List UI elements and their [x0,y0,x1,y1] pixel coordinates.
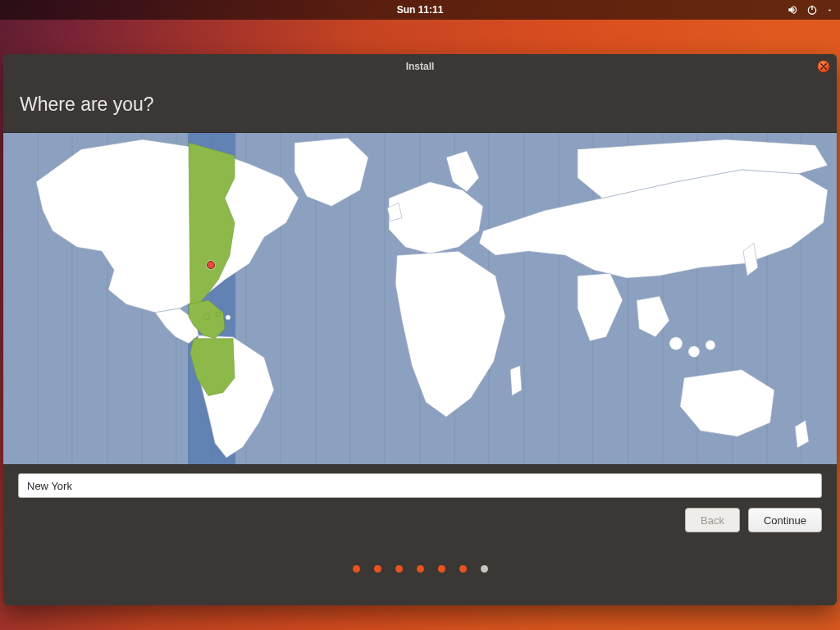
nav-button-row: Back Continue [18,508,822,532]
timezone-input[interactable] [18,473,822,498]
progress-dot [353,565,360,573]
svg-point-31 [669,337,682,350]
progress-dot [374,565,381,573]
progress-dot [438,565,445,573]
panel-system-tray[interactable] [787,0,833,20]
window-title: Install [406,61,435,72]
svg-point-33 [705,340,715,350]
svg-point-34 [203,313,210,320]
svg-point-30 [226,315,231,320]
installer-window: Install Where are you? [3,54,837,605]
progress-dot [417,565,424,573]
svg-point-35 [216,312,221,317]
close-icon [820,63,827,70]
world-map-graphic [3,133,837,464]
chevron-down-icon[interactable] [826,7,833,14]
controls-area: Back Continue [3,465,837,544]
window-close-button[interactable] [817,60,830,73]
gnome-top-panel: Sun 11:11 [0,0,840,20]
continue-button[interactable]: Continue [748,508,822,532]
location-pin [207,261,215,269]
back-button[interactable]: Back [685,508,740,532]
progress-dots [3,544,837,593]
page-heading: Where are you? [3,79,837,132]
progress-dot [459,565,467,573]
power-icon[interactable] [806,4,818,16]
progress-dot [395,565,403,573]
timezone-map[interactable] [3,132,837,465]
window-titlebar: Install [3,54,837,79]
progress-dot [481,565,488,573]
panel-clock[interactable]: Sun 11:11 [397,4,444,16]
volume-icon[interactable] [787,4,798,16]
svg-point-32 [688,346,700,358]
